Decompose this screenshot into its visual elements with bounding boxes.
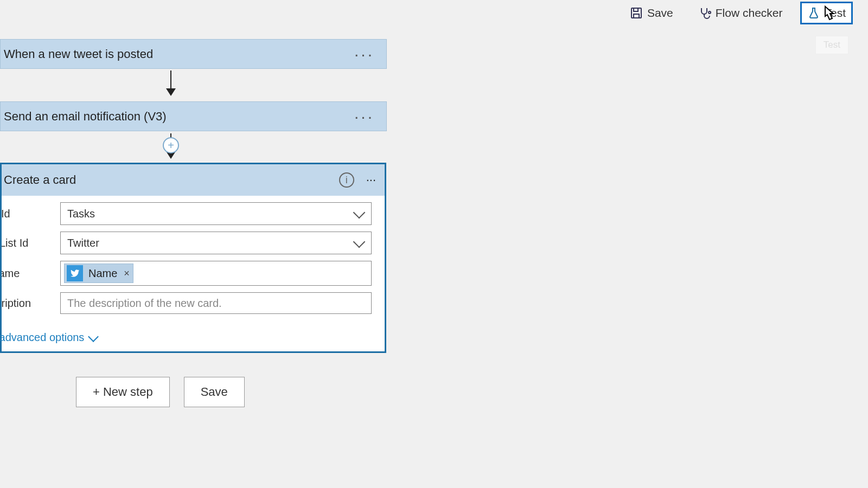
list-id-value: Twitter: [67, 237, 99, 249]
list-id-select[interactable]: Twitter: [60, 232, 372, 254]
chevron-down-icon: [88, 331, 99, 342]
test-label: Test: [825, 7, 846, 20]
list-id-label: List Id: [2, 237, 60, 249]
test-button[interactable]: Test: [800, 2, 853, 24]
action2-header[interactable]: Create a card i ···: [2, 164, 385, 196]
board-id-select[interactable]: Tasks: [60, 202, 372, 225]
twitter-icon: [67, 265, 83, 281]
save-button[interactable]: Save: [623, 2, 680, 24]
save-label: Save: [647, 7, 673, 20]
footer-buttons: + New step Save: [76, 377, 245, 407]
trigger-title: When a new tweet is posted: [4, 47, 153, 61]
flow-checker-button[interactable]: Flow checker: [691, 2, 790, 24]
action2-card: Create a card i ··· Board Id Tasks List …: [0, 163, 386, 353]
action1-more-icon[interactable]: ···: [352, 107, 376, 126]
info-icon[interactable]: i: [339, 172, 354, 188]
connector-arrow-icon: [170, 70, 171, 95]
flask-icon: [807, 7, 820, 20]
board-id-value: Tasks: [67, 208, 95, 220]
board-id-label: Board Id: [2, 208, 60, 220]
advanced-options-toggle[interactable]: Show advanced options: [2, 331, 385, 344]
card-name-input[interactable]: Name ×: [60, 261, 372, 286]
dynamic-token-name[interactable]: Name ×: [64, 264, 133, 283]
trigger-more-icon[interactable]: ···: [352, 45, 376, 63]
card-name-label: Name: [2, 267, 60, 280]
save-step-button[interactable]: Save: [184, 377, 245, 407]
token-text: Name: [88, 267, 117, 280]
action2-more-icon[interactable]: ···: [366, 173, 376, 187]
save-icon: [630, 7, 643, 20]
card-description-input[interactable]: The description of the new card.: [60, 292, 372, 314]
stethoscope-icon: [698, 7, 711, 20]
advanced-options-label: Show advanced options: [0, 331, 84, 344]
action1-title: Send an email notification (V3): [4, 110, 167, 124]
trigger-card[interactable]: When a new tweet is posted ···: [0, 39, 387, 69]
svg-point-1: [709, 11, 711, 14]
new-step-button[interactable]: + New step: [76, 377, 170, 407]
flow-canvas: When a new tweet is posted ··· Send an e…: [0, 33, 868, 488]
token-remove-icon[interactable]: ×: [123, 268, 131, 279]
action1-card[interactable]: Send an email notification (V3) ···: [0, 101, 387, 131]
chevron-down-icon: [354, 210, 363, 217]
action2-title: Create a card: [4, 173, 76, 187]
chevron-down-icon: [354, 240, 363, 246]
action2-body: Board Id Tasks List Id Twitter Name: [2, 202, 385, 351]
flow-checker-label: Flow checker: [716, 7, 783, 20]
top-toolbar: Save Flow checker Test: [0, 0, 868, 26]
svg-rect-0: [631, 8, 641, 18]
card-description-label: Description: [2, 297, 60, 310]
insert-step-button[interactable]: +: [163, 137, 179, 153]
card-description-placeholder: The description of the new card.: [67, 297, 222, 310]
